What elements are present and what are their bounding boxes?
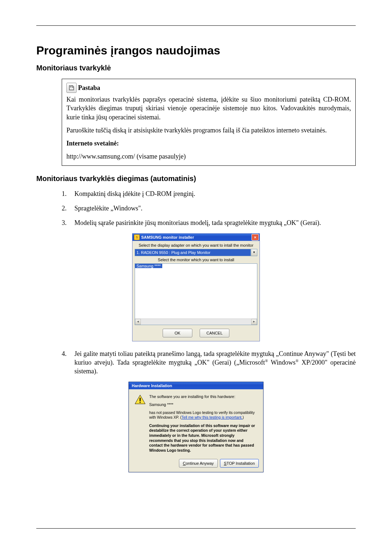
section-heading-driver: Monitoriaus tvarkyklė bbox=[36, 64, 356, 72]
bottom-rule bbox=[36, 528, 356, 529]
section-heading-install: Monitoriaus tvarkyklės diegimas (automat… bbox=[36, 175, 356, 183]
installer-instruction-2: Select the monitor which you want to ins… bbox=[135, 258, 257, 262]
adapter-dropdown[interactable]: 1. RADEON 9550 : Plug and Play Monitor ▼ bbox=[135, 249, 257, 256]
note-p1: Kai monitoriaus tvarkyklės paprašys oper… bbox=[66, 95, 351, 122]
hw-title: Hardware Installation bbox=[130, 383, 172, 388]
step-body: Jei galite matyti toliau pateiktą praneš… bbox=[74, 349, 356, 376]
install-steps-cont: 4. Jei galite matyti toliau pateiktą pra… bbox=[36, 349, 356, 376]
installer-screenshot: S SAMSUNG monitor installer × Select the… bbox=[132, 233, 260, 341]
svg-rect-2 bbox=[140, 402, 141, 403]
hardware-dialog-screenshot: Hardware Installation The software you a… bbox=[128, 382, 264, 472]
step-number: 3. bbox=[62, 218, 74, 227]
step-number: 2. bbox=[62, 204, 74, 213]
scroll-left-icon[interactable]: ◄ bbox=[135, 319, 141, 325]
adapter-selected: 1. RADEON 9550 : Plug and Play Monitor bbox=[135, 249, 251, 256]
monitor-listbox[interactable]: Samsung **** ◄ ► bbox=[135, 263, 257, 325]
stop-installation-button[interactable]: STOP Installation bbox=[220, 459, 259, 468]
step-2: 2. Spragtelėkite „Windows". bbox=[36, 204, 356, 213]
note-website-label: Interneto svetainė: bbox=[66, 139, 351, 148]
app-icon: S bbox=[134, 234, 140, 240]
note-label: Pastaba bbox=[78, 83, 100, 92]
hw-line3: has not passed Windows Logo testing to v… bbox=[149, 410, 257, 420]
hw-body: The software you are installing for this… bbox=[129, 389, 263, 457]
scroll-right-icon[interactable]: ► bbox=[251, 319, 257, 325]
installer-buttons: OK CANCEL bbox=[135, 327, 257, 339]
step-body: Modelių sąraše pasirinkite jūsų monitori… bbox=[74, 218, 356, 227]
hw-line2: Samsung **** bbox=[149, 402, 257, 407]
installer-titlebar: S SAMSUNG monitor installer × bbox=[132, 234, 260, 241]
monitor-selected: Samsung **** bbox=[135, 264, 162, 268]
hw-text: The software you are installing for this… bbox=[149, 394, 257, 453]
step-body: Kompaktinį diską įdėkite į CD-ROM įrengi… bbox=[74, 189, 356, 198]
note-p2: Paruoškite tuščią diską ir atsisiųskite … bbox=[66, 126, 351, 135]
note-icon bbox=[66, 83, 77, 93]
note-box: Pastaba Kai monitoriaus tvarkyklės papra… bbox=[62, 79, 356, 166]
note-header: Pastaba bbox=[66, 83, 351, 93]
step-body: Spragtelėkite „Windows". bbox=[74, 204, 356, 213]
warning-icon bbox=[135, 394, 146, 405]
cancel-button[interactable]: CANCEL bbox=[200, 329, 229, 337]
h-scrollbar[interactable]: ◄ ► bbox=[135, 319, 257, 325]
step-3: 3. Modelių sąraše pasirinkite jūsų monit… bbox=[36, 218, 356, 227]
step-number: 4. bbox=[62, 349, 74, 376]
step-number: 1. bbox=[62, 189, 74, 198]
note-website-url: http://www.samsung.com/ (visame pasaulyj… bbox=[66, 152, 351, 161]
chevron-down-icon[interactable]: ▼ bbox=[251, 249, 257, 256]
testing-link[interactable]: Tell me why this testing is important. bbox=[181, 415, 242, 419]
step-1: 1. Kompaktinį diską įdėkite į CD-ROM įre… bbox=[36, 189, 356, 198]
installer-body: Select the display adapter on which you … bbox=[132, 241, 260, 341]
hw-warning: Continuing your installation of this sof… bbox=[149, 423, 257, 453]
install-steps: 1. Kompaktinį diską įdėkite į CD-ROM įre… bbox=[36, 189, 356, 227]
hw-titlebar: Hardware Installation bbox=[129, 382, 263, 389]
close-icon[interactable]: × bbox=[252, 234, 259, 241]
document-page: Programinės įrangos naudojimas Monitoria… bbox=[0, 0, 392, 554]
scroll-track[interactable] bbox=[141, 319, 251, 325]
svg-rect-1 bbox=[140, 398, 141, 401]
installer-instruction-1: Select the display adapter on which you … bbox=[135, 243, 257, 247]
top-rule bbox=[36, 25, 356, 26]
ok-button[interactable]: OK bbox=[163, 329, 192, 337]
page-title: Programinės įrangos naudojimas bbox=[36, 44, 356, 57]
hw-footer: Continue Anyway STOP Installation bbox=[129, 457, 263, 472]
hw-line1: The software you are installing for this… bbox=[149, 394, 257, 399]
continue-anyway-button[interactable]: Continue Anyway bbox=[179, 459, 218, 468]
installer-title: SAMSUNG monitor installer bbox=[141, 235, 194, 239]
step-4: 4. Jei galite matyti toliau pateiktą pra… bbox=[36, 349, 356, 376]
